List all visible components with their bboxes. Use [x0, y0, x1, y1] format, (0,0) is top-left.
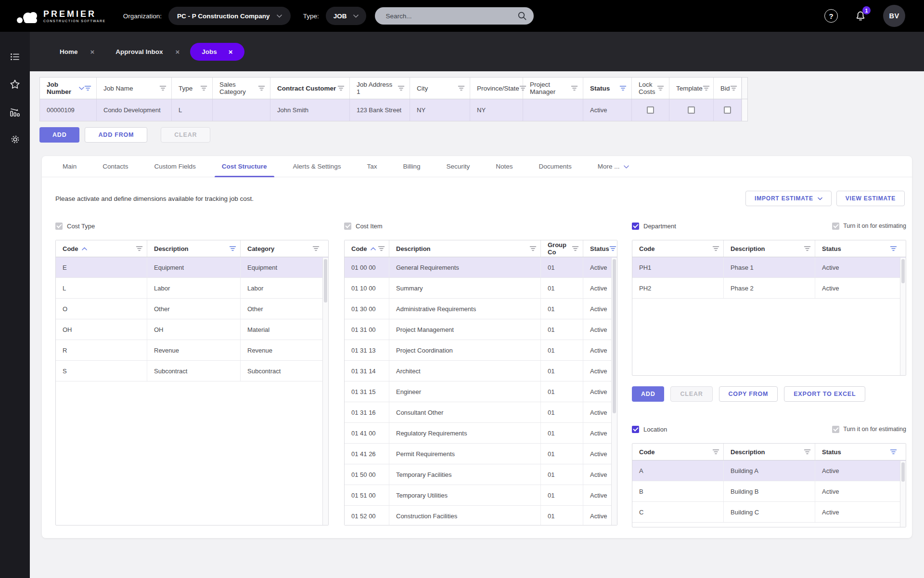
filter-icon[interactable] [337, 85, 345, 91]
filter-icon-wrap[interactable] [136, 246, 143, 251]
table-row[interactable]: 01 00 00General Requirements01Active [345, 257, 617, 278]
filter-icon-wrap[interactable] [804, 449, 811, 455]
import-estimate-button[interactable]: IMPORT ESTIMATE [745, 191, 832, 206]
tab-close-icon[interactable]: × [176, 48, 180, 55]
cost-type-scrollbar[interactable] [322, 258, 328, 525]
filter-icon-wrap[interactable] [312, 246, 320, 251]
department-copy-from-button[interactable]: COPY FROM [719, 386, 778, 402]
organization-select[interactable]: PC - P Construction Company [168, 7, 291, 25]
tab-home[interactable]: Home× [49, 43, 105, 61]
filter-icon[interactable] [804, 449, 811, 455]
add-button[interactable]: ADD [39, 127, 79, 143]
column-header-sales-category[interactable]: Sales Category [213, 78, 270, 99]
filter-icon[interactable] [712, 449, 719, 455]
filter-icon[interactable] [84, 85, 91, 91]
location-checkbox[interactable] [632, 426, 639, 433]
column-header-status[interactable]: Status [583, 240, 612, 257]
column-header-code[interactable]: Code [56, 240, 147, 257]
table-row[interactable]: 01 52 00Construction Facilities01Active [345, 506, 617, 525]
column-header-lock-costs[interactable]: Lock Costs [632, 78, 669, 99]
filter-icon[interactable] [378, 246, 385, 251]
clear-button[interactable]: CLEAR [161, 127, 210, 143]
table-row[interactable]: 01 31 00Project Management01Active [345, 319, 617, 340]
view-estimate-button[interactable]: VIEW ESTIMATE [836, 191, 905, 206]
filter-icon-wrap[interactable] [890, 246, 897, 251]
table-row[interactable]: 01 30 00Administrative Requirements01Act… [345, 299, 617, 319]
table-row[interactable]: OHOHMaterial [56, 319, 328, 340]
filter-icon-wrap[interactable] [378, 246, 385, 251]
tab-close-icon[interactable]: × [229, 48, 233, 55]
filter-icon[interactable] [229, 246, 236, 251]
filter-icon-wrap[interactable] [200, 85, 207, 91]
grid-scrollbar[interactable] [742, 78, 747, 99]
table-row[interactable]: PH1Phase 1Active [632, 257, 906, 278]
column-header-description[interactable]: Description [389, 240, 541, 257]
table-row[interactable]: 01 31 16Consultant Other01Active [345, 402, 617, 423]
column-header-description[interactable]: Description [147, 240, 241, 257]
tab-close-icon[interactable]: × [90, 48, 95, 55]
column-header-status[interactable]: Status [583, 78, 632, 99]
column-header-job-address-1[interactable]: Job Address 1 [350, 78, 410, 99]
column-header-template[interactable]: Template [669, 78, 714, 99]
sidebar-item-settings[interactable] [9, 133, 21, 145]
filter-icon[interactable] [712, 246, 719, 251]
scrollbar-thumb[interactable] [901, 462, 905, 482]
table-row[interactable]: 01 31 13Project Coordination01Active [345, 340, 617, 361]
type-select[interactable]: JOB [326, 7, 367, 25]
column-header-code[interactable]: Code [632, 240, 724, 257]
filter-icon[interactable] [890, 246, 897, 251]
scrollbar-thumb[interactable] [324, 259, 327, 302]
filter-icon-wrap[interactable] [890, 449, 897, 455]
filter-icon[interactable] [136, 246, 143, 251]
tab-tax[interactable]: Tax [354, 156, 390, 177]
filter-icon-wrap[interactable] [572, 246, 579, 251]
table-row[interactable]: 01 51 00Temporary Utilities01Active [345, 485, 617, 506]
column-header-province-state[interactable]: Province/State [470, 78, 523, 99]
filter-icon[interactable] [529, 246, 537, 251]
table-row[interactable]: RRevenueRevenue [56, 340, 328, 361]
tab-security[interactable]: Security [433, 156, 483, 177]
tab-custom-fields[interactable]: Custom Fields [141, 156, 209, 177]
column-header-group-co[interactable]: Group Co [541, 240, 583, 257]
table-row[interactable]: 01 31 15Engineer01Active [345, 381, 617, 402]
table-row[interactable]: CBuilding CActive [632, 502, 906, 523]
department-checkbox[interactable] [632, 223, 639, 230]
tab-main[interactable]: Main [50, 156, 90, 177]
filter-icon-wrap[interactable] [337, 85, 345, 91]
filter-icon-wrap[interactable] [398, 85, 405, 91]
column-header-contract-customer[interactable]: Contract Customer [270, 78, 350, 99]
filter-icon-wrap[interactable] [703, 85, 710, 91]
help-button[interactable]: ? [824, 9, 838, 23]
filter-icon-wrap[interactable] [712, 449, 719, 455]
tab-cost-structure[interactable]: Cost Structure [209, 156, 280, 177]
filter-icon-wrap[interactable] [229, 246, 236, 251]
sidebar-item-favorites[interactable] [9, 79, 21, 90]
filter-icon-wrap[interactable] [730, 85, 737, 91]
filter-icon-wrap[interactable] [609, 246, 616, 251]
user-avatar[interactable]: BV [883, 5, 905, 27]
table-row[interactable]: 01 50 00Temporary Facilities01Active [345, 464, 617, 485]
filter-icon-wrap[interactable] [458, 85, 465, 91]
lock-costs-checkbox[interactable] [647, 106, 654, 114]
filter-icon[interactable] [730, 85, 737, 91]
table-row[interactable]: LLaborLabor [56, 278, 328, 299]
column-header-code[interactable]: Code [345, 240, 389, 257]
filter-icon-wrap[interactable] [529, 246, 537, 251]
table-row[interactable]: PH2Phase 2Active [632, 278, 906, 299]
filter-icon-wrap[interactable] [571, 85, 578, 91]
filter-icon-wrap[interactable] [712, 246, 719, 251]
notifications-button[interactable]: 1 [854, 10, 867, 22]
table-row[interactable]: SSubcontractSubcontract [56, 361, 328, 381]
tab-alerts-settings[interactable]: Alerts & Settings [280, 156, 354, 177]
filter-icon[interactable] [572, 246, 579, 251]
column-header-job-name[interactable]: Job Name [97, 78, 172, 99]
filter-icon-wrap[interactable] [159, 85, 167, 91]
filter-icon-wrap[interactable] [84, 85, 91, 91]
department-scrollbar[interactable] [900, 258, 906, 375]
scrollbar-thumb[interactable] [613, 259, 616, 413]
tab-documents[interactable]: Documents [526, 156, 585, 177]
column-header-status[interactable]: Status [815, 444, 901, 460]
column-header-category[interactable]: Category [241, 240, 323, 257]
column-header-city[interactable]: City [410, 78, 470, 99]
filter-icon[interactable] [571, 85, 578, 91]
